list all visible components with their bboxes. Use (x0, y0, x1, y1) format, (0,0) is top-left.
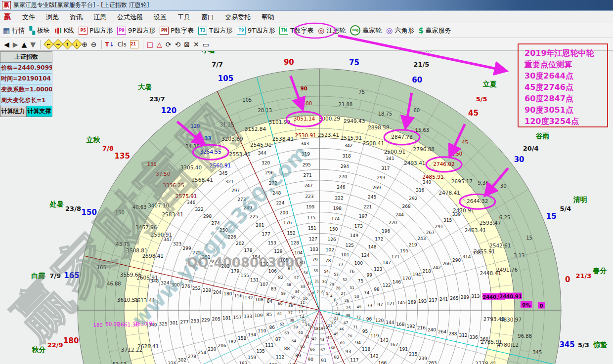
toolbar-button-江恩轮[interactable]: ◎江恩轮 (318, 26, 346, 35)
svg-text:111: 111 (265, 343, 273, 348)
svg-text:254: 254 (198, 350, 206, 355)
svg-text:18.75: 18.75 (378, 111, 393, 117)
svg-text:清明: 清明 (573, 196, 587, 203)
svg-text:2463.41: 2463.41 (465, 227, 486, 233)
svg-text:82: 82 (278, 275, 283, 280)
rotate-ccw-icon[interactable]: ⟲ (175, 40, 181, 48)
annotation-line-3: 45度2746点 (525, 81, 607, 93)
svg-text:94: 94 (355, 340, 361, 345)
sector-blocks-icon: ▚ (29, 26, 35, 35)
calendar-icon[interactable]: 21 (130, 40, 138, 48)
svg-text:155: 155 (241, 273, 249, 278)
svg-text:277: 277 (180, 320, 188, 324)
menu-item-浏览[interactable]: 浏览 (41, 12, 64, 22)
svg-text:97: 97 (377, 302, 383, 307)
svg-text:58: 58 (287, 283, 292, 287)
panel-row-2: 变换系数=1.00000 (0, 84, 52, 95)
toolbar-button-P数字表[interactable]: PNP数字表 (160, 26, 194, 35)
svg-text:60: 60 (412, 76, 422, 84)
delete-box-icon[interactable]: ⊠ (184, 40, 190, 48)
TN-icon: TN (279, 27, 288, 35)
svg-text:247: 247 (304, 183, 312, 188)
svg-text:107: 107 (260, 282, 268, 287)
panel-button-计算阻力[interactable]: 计算阻力 (0, 106, 26, 117)
svg-text:66: 66 (310, 347, 315, 352)
panel-button-计算支撑[interactable]: 计算支撑 (26, 106, 52, 117)
svg-text:271: 271 (304, 173, 312, 178)
nav-prev-icon[interactable]: ◀ (4, 40, 9, 48)
svg-text:84: 84 (267, 299, 273, 304)
panel-row-0: 价格=2440.9099 (0, 63, 52, 74)
svg-text:194: 194 (412, 272, 421, 277)
triangle-tool-icon[interactable]: △ (157, 40, 162, 48)
svg-text:27: 27 (341, 291, 346, 296)
toolbar-button-9P四方形[interactable]: P99P四方形 (117, 26, 155, 35)
menu-item-工具[interactable]: 工具 (172, 12, 196, 22)
svg-text:28: 28 (336, 286, 341, 290)
menu-item-文件[interactable]: 文件 (17, 12, 41, 22)
toolbar-button-9T四方形[interactable]: T99T四方形 (237, 26, 275, 35)
instrument-panel: 上证指数 价格=2440.9099时间=20190104变换系数=1.00000… (0, 51, 52, 117)
instrument-name: 上证指数 (0, 51, 52, 63)
clear-button[interactable]: Cls (118, 41, 127, 48)
toolbar-button-赢家服务[interactable]: $赢家服务 (418, 26, 451, 35)
toolbar-button-行情[interactable]: ▦行情 (3, 26, 25, 35)
page-up-icon[interactable]: ▲ (22, 40, 27, 48)
toolbar-button-赢家轮[interactable]: Big赢家轮 (350, 25, 382, 36)
svg-text:173: 173 (354, 224, 363, 229)
svg-text:69: 69 (340, 341, 345, 345)
toolbar-button-T数字表[interactable]: TNT数字表 (279, 26, 313, 35)
svg-text:127: 127 (309, 237, 317, 242)
svg-text:47: 47 (344, 321, 349, 325)
svg-text:96: 96 (366, 317, 372, 322)
toolbar-button-T四方形[interactable]: T3T四方形 (198, 26, 232, 35)
svg-text:56: 56 (304, 271, 308, 275)
toolbar-button-六角形[interactable]: ◎六角形 (386, 26, 414, 35)
toolbar-label: K线 (64, 26, 75, 35)
menu-item-设置[interactable]: 设置 (148, 12, 172, 22)
svg-text:小暑: 小暑 (201, 51, 216, 54)
menu-item-江恩[interactable]: 江恩 (88, 12, 112, 22)
presentation-icon[interactable]: ▭ (203, 40, 209, 48)
zoom-out-icon[interactable]: ⊖ (91, 40, 97, 48)
toolbar-button-K线[interactable]: K线 (54, 26, 75, 35)
move-down-icon[interactable]: ↓ (72, 39, 82, 49)
page-down-icon[interactable]: ▼ (30, 40, 36, 48)
svg-text:294: 294 (341, 164, 349, 169)
svg-text:122: 122 (383, 283, 391, 288)
svg-text:44: 44 (327, 335, 332, 340)
svg-text:2485.91: 2485.91 (422, 174, 443, 180)
menu-item-帮助[interactable]: 帮助 (256, 12, 280, 22)
toolbar-button-板块[interactable]: ▚板块 (29, 26, 50, 35)
svg-text:244: 244 (395, 212, 404, 217)
svg-text:288: 288 (448, 331, 457, 336)
svg-text:40: 40 (298, 330, 303, 335)
svg-text:72: 72 (356, 315, 361, 320)
svg-text:2542.61: 2542.61 (489, 243, 511, 248)
rotate-cw-icon[interactable]: ⟳ (166, 40, 172, 48)
rect-tool-icon[interactable]: □ (147, 40, 153, 48)
menu-item-资讯[interactable]: 资讯 (64, 12, 88, 22)
zoom-in-icon[interactable]: ⊕ (82, 40, 88, 48)
toolbar-button-P四方形[interactable]: PSP四方形 (79, 26, 113, 35)
menu-item-交易委托[interactable]: 交易委托 (219, 12, 256, 22)
svg-text:183: 183 (239, 361, 247, 364)
svg-text:谷雨: 谷雨 (535, 132, 550, 140)
svg-text:278: 278 (188, 354, 196, 359)
nav-next-icon[interactable]: ▶ (13, 40, 18, 48)
svg-text:8: 8 (312, 291, 314, 295)
svg-text:4830.97: 4830.97 (500, 317, 522, 323)
svg-text:12: 12 (299, 305, 304, 309)
svg-text:96.88: 96.88 (518, 333, 532, 339)
menu-item-窗口[interactable]: 窗口 (196, 12, 219, 22)
svg-text:197: 197 (359, 214, 367, 219)
menu-item-公式选股[interactable]: 公式选股 (112, 12, 148, 22)
time-shift-icon[interactable]: T↓ (105, 41, 114, 48)
fit-view-icon[interactable]: ✕ (193, 40, 199, 48)
svg-text:218: 218 (422, 269, 431, 274)
toolbar-label: T数字表 (290, 26, 313, 35)
svg-text:38: 38 (290, 318, 295, 323)
svg-text:25.00: 25.00 (298, 101, 312, 106)
svg-text:60: 60 (278, 301, 283, 306)
svg-text:108: 108 (255, 297, 263, 302)
